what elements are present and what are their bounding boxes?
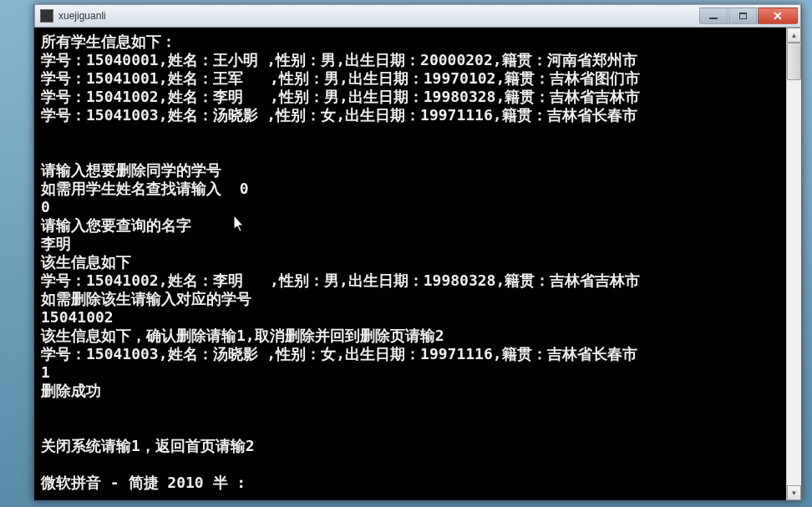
console-output[interactable]: 所有学生信息如下：学号：15040001,姓名：王小明 ,性别：男,出生日期：2… [34,28,786,500]
window-title: xuejiguanli [58,10,698,22]
prompt-line: 请输入想要删除同学的学号 [41,161,779,180]
console-area: 所有学生信息如下：学号：15040001,姓名：王小明 ,性别：男,出生日期：2… [34,28,801,500]
console-window: xuejiguanli ✕ 所有学生信息如下：学号：15040001,姓名：王小… [33,4,802,501]
minimize-button[interactable] [699,8,728,24]
blank-line [41,143,779,161]
scroll-thumb[interactable] [787,43,801,80]
input-line: 15041002 [41,308,779,327]
titlebar[interactable]: xuejiguanli ✕ [34,4,801,28]
scroll-up-button[interactable]: ▲ [787,28,801,43]
student-row: 学号：15041001,姓名：王军 ,性别：男,出生日期：19970102,籍贯… [41,69,779,88]
maximize-icon [739,13,747,19]
text-line: 所有学生信息如下： [41,33,779,51]
student-row: 学号：15041003,姓名：汤晓影 ,性别：女,出生日期：19971116,籍… [41,345,779,363]
prompt-line: 如需删除该生请输入对应的学号 [41,290,779,308]
maximize-button[interactable] [728,8,757,24]
app-icon [40,9,53,23]
blank-line [41,455,779,474]
student-row: 学号：15040001,姓名：王小明 ,性别：男,出生日期：20000202,籍… [41,51,779,69]
close-icon: ✕ [773,10,783,22]
close-button[interactable]: ✕ [758,8,798,24]
minimize-icon [709,18,718,19]
text-line: 删除成功 [41,382,779,400]
window-controls: ✕ [698,8,798,24]
student-row: 学号：15041002,姓名：李明 ,性别：男,出生日期：19980328,籍贯… [41,88,779,106]
blank-line [41,124,779,143]
text-line: 该生信息如下 [41,253,779,271]
input-line: 李明 [41,235,779,253]
prompt-line: 如需用学生姓名查找请输入 0 [41,180,779,198]
prompt-line: 关闭系统请输1，返回首页请输2 [41,437,779,455]
prompt-line: 请输入您要查询的名字 [41,216,779,235]
prompt-line: 该生信息如下，确认删除请输1,取消删除并回到删除页请输2 [41,327,779,345]
input-line: 0 [41,198,779,216]
blank-line [41,418,779,437]
input-line: 1 [41,363,779,382]
ime-status-line: 微软拼音 - 简捷 2010 半 : [41,474,779,492]
scroll-down-button[interactable]: ▼ [787,485,801,500]
student-row: 学号：15041003,姓名：汤晓影 ,性别：女,出生日期：19971116,籍… [41,106,779,124]
student-row: 学号：15041002,姓名：李明 ,性别：男,出生日期：19980328,籍贯… [41,271,779,290]
vertical-scrollbar[interactable]: ▲ ▼ [786,28,801,500]
blank-line [41,400,779,418]
